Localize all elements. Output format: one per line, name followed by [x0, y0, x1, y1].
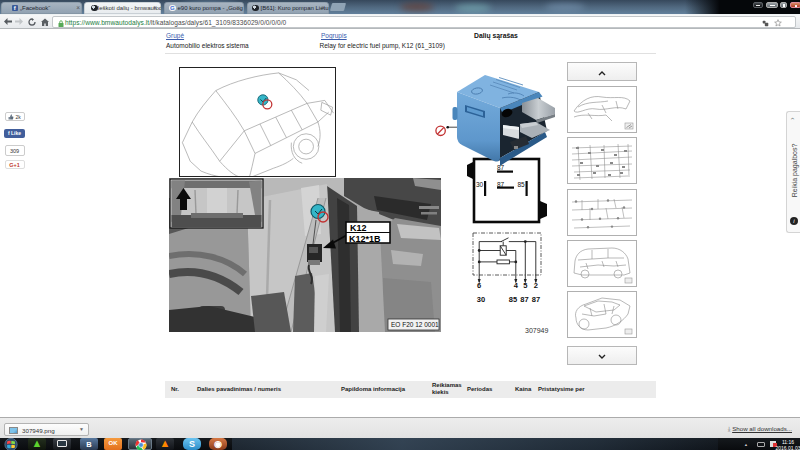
- svg-text:30: 30: [476, 181, 484, 188]
- svg-text:2: 2: [534, 281, 538, 290]
- svg-text:K12*1B: K12*1B: [349, 234, 381, 244]
- svg-text:87: 87: [520, 295, 528, 304]
- svg-text:30: 30: [477, 295, 485, 304]
- svg-text:6: 6: [477, 281, 481, 290]
- svg-text:K12: K12: [350, 223, 367, 233]
- svg-text:4: 4: [514, 281, 519, 290]
- svg-text:85: 85: [518, 181, 526, 188]
- svg-text:5: 5: [523, 281, 527, 290]
- svg-text:EO F20 12 0001: EO F20 12 0001: [391, 321, 439, 328]
- svg-text:87: 87: [532, 295, 540, 304]
- svg-text:85: 85: [509, 295, 517, 304]
